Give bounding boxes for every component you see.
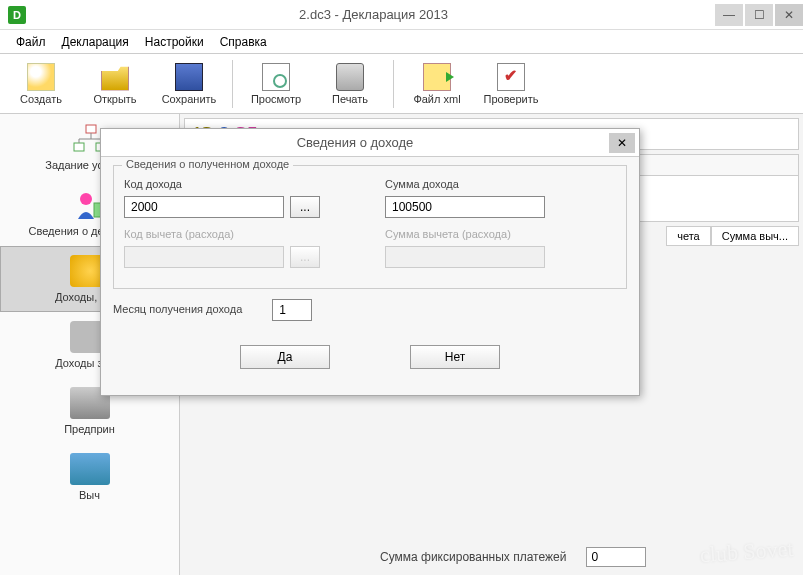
svg-point-3	[80, 193, 92, 205]
deduction-code-input	[124, 246, 284, 268]
preview-icon	[262, 63, 290, 91]
toolbar-open-label: Открыть	[93, 93, 136, 105]
toolbar-check-label: Проверить	[483, 93, 538, 105]
toolbar-check[interactable]: Проверить	[474, 57, 548, 111]
sidebar-item-deductions[interactable]: Выч	[0, 444, 179, 510]
toolbar-create[interactable]: Создать	[4, 57, 78, 111]
menu-help[interactable]: Справка	[212, 32, 275, 52]
save-icon	[175, 63, 203, 91]
income-fieldset: Сведения о полученном доходе Код дохода …	[113, 165, 627, 289]
fixed-payments-input[interactable]	[586, 547, 646, 567]
income-sum-input[interactable]	[385, 196, 545, 218]
house-icon	[70, 453, 110, 485]
toolbar-print[interactable]: Печать	[313, 57, 387, 111]
tab-deduction-sum[interactable]: Сумма выч...	[711, 226, 799, 246]
app-icon: D	[8, 6, 26, 24]
new-icon	[27, 63, 55, 91]
sidebar-item-label: Выч	[79, 489, 100, 501]
menu-file[interactable]: Файл	[8, 32, 54, 52]
deduction-code-browse-button: ...	[290, 246, 320, 268]
maximize-button[interactable]: ☐	[745, 4, 773, 26]
toolbar-separator	[232, 60, 233, 108]
window-title: 2.dc3 - Декларация 2013	[34, 7, 713, 22]
dialog-title: Сведения о доходе	[101, 135, 609, 150]
dialog-titlebar: Сведения о доходе ✕	[101, 129, 639, 157]
fixed-payments-label: Сумма фиксированных платежей	[380, 550, 566, 564]
cancel-button[interactable]: Нет	[410, 345, 500, 369]
print-icon	[336, 63, 364, 91]
toolbar-save-label: Сохранить	[162, 93, 217, 105]
svg-rect-0	[86, 125, 96, 133]
toolbar-preview[interactable]: Просмотр	[239, 57, 313, 111]
month-label: Месяц получения дохода	[113, 303, 242, 315]
dialog-close-button[interactable]: ✕	[609, 133, 635, 153]
open-icon	[101, 63, 129, 91]
tab-account[interactable]: чета	[666, 226, 711, 246]
sidebar-item-label: Предприн	[64, 423, 115, 435]
income-code-label: Код дохода	[124, 178, 355, 190]
toolbar-print-label: Печать	[332, 93, 368, 105]
fixed-payments-row: Сумма фиксированных платежей	[380, 547, 783, 567]
toolbar-xml[interactable]: Файл xml	[400, 57, 474, 111]
menu-settings[interactable]: Настройки	[137, 32, 212, 52]
deduction-code-label: Код вычета (расхода)	[124, 228, 355, 240]
toolbar-separator	[393, 60, 394, 108]
ok-button[interactable]: Да	[240, 345, 330, 369]
deduction-sum-label: Сумма вычета (расхода)	[385, 228, 616, 240]
xml-icon	[423, 63, 451, 91]
toolbar-preview-label: Просмотр	[251, 93, 301, 105]
fieldset-legend: Сведения о полученном доходе	[122, 158, 293, 170]
menu-declaration[interactable]: Декларация	[54, 32, 137, 52]
deduction-sum-input	[385, 246, 545, 268]
toolbar-create-label: Создать	[20, 93, 62, 105]
toolbar-open[interactable]: Открыть	[78, 57, 152, 111]
month-input[interactable]	[272, 299, 312, 321]
income-code-input[interactable]	[124, 196, 284, 218]
toolbar-xml-label: Файл xml	[413, 93, 460, 105]
income-sum-label: Сумма дохода	[385, 178, 616, 190]
svg-rect-1	[74, 143, 84, 151]
income-dialog: Сведения о доходе ✕ Сведения о полученно…	[100, 128, 640, 396]
titlebar: D 2.dc3 - Декларация 2013 — ☐ ✕	[0, 0, 803, 30]
menubar: Файл Декларация Настройки Справка	[0, 30, 803, 54]
close-button[interactable]: ✕	[775, 4, 803, 26]
toolbar-save[interactable]: Сохранить	[152, 57, 226, 111]
minimize-button[interactable]: —	[715, 4, 743, 26]
check-icon	[497, 63, 525, 91]
toolbar: Создать Открыть Сохранить Просмотр Печат…	[0, 54, 803, 114]
income-code-browse-button[interactable]: ...	[290, 196, 320, 218]
